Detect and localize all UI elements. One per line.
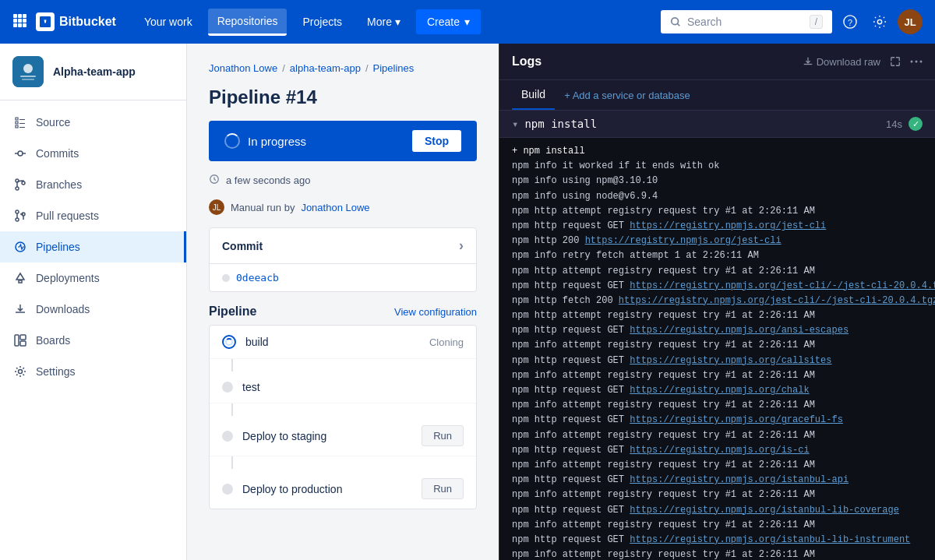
avatar[interactable]: JL <box>898 9 923 34</box>
expand-commit-icon[interactable] <box>459 238 464 254</box>
settings-sidebar-icon <box>12 364 28 379</box>
more-options-button[interactable] <box>910 60 923 63</box>
pipeline-connector-3 <box>231 456 233 469</box>
pipelines-icon <box>12 239 28 255</box>
boards-icon <box>12 333 28 348</box>
svg-rect-5 <box>23 19 26 23</box>
search-box[interactable]: Search / <box>661 10 832 33</box>
run-by-avatar: JL <box>209 199 224 215</box>
commits-icon <box>12 146 28 161</box>
sidebar-item-pull-requests[interactable]: Pull requests <box>0 200 186 231</box>
log-link[interactable]: https://registry.npmjs.org/jest-cli <box>585 235 782 246</box>
log-line: + npm install <box>512 144 923 159</box>
nav-more[interactable]: More ▾ <box>358 9 410 34</box>
help-button[interactable]: ? <box>838 10 862 33</box>
logs-tabs: Build + Add a service or database <box>499 80 935 111</box>
sidebar-item-downloads[interactable]: Downloads <box>0 294 186 325</box>
source-icon <box>12 114 28 130</box>
log-collapse-icon[interactable]: ▾ <box>512 118 518 130</box>
main-layout: Alpha-team-app Source Commits <box>0 44 935 560</box>
run-by-meta: JL Manual run by Jonathon Lowe <box>209 199 477 215</box>
log-tab-build[interactable]: Build <box>512 80 555 110</box>
svg-rect-8 <box>23 23 26 27</box>
log-line: npm info attempt registry request try #1… <box>512 428 923 443</box>
production-run-button[interactable]: Run <box>422 478 464 499</box>
pipeline-step-build[interactable]: build Cloning <box>210 326 476 359</box>
search-icon <box>670 16 681 27</box>
log-link[interactable]: https://registry.npmjs.org/istanbul-lib-… <box>630 534 910 545</box>
commit-hash-link[interactable]: 0deeacb <box>236 272 279 284</box>
downloads-icon <box>12 301 28 317</box>
svg-point-13 <box>877 19 881 23</box>
app-icon <box>12 56 44 87</box>
logs-add-service[interactable]: + Add a service or database <box>555 82 700 109</box>
breadcrumb-repo[interactable]: alpha-team-app <box>290 62 361 74</box>
log-line: npm http request GET https://registry.np… <box>512 323 923 338</box>
svg-point-35 <box>916 61 918 63</box>
log-link[interactable]: https://registry.npmjs.org/graceful-fs <box>630 414 843 425</box>
commit-row: 0deeacb <box>210 264 476 291</box>
settings-icon <box>873 15 887 29</box>
pipeline-steps: build Cloning test <box>209 325 477 509</box>
grid-icon[interactable] <box>12 13 26 31</box>
log-link[interactable]: https://registry.npmjs.org/chalk <box>630 385 809 396</box>
test-step-name: test <box>242 381 260 393</box>
app-name: Alpha-team-app <box>53 65 136 78</box>
create-button[interactable]: Create ▾ <box>416 9 481 34</box>
log-content[interactable]: + npm installnpm info it worked if it en… <box>499 138 935 560</box>
svg-rect-29 <box>15 335 19 346</box>
pipeline-connector-1 <box>231 359 233 372</box>
log-line: npm http 200 https://registry.npmjs.org/… <box>512 234 923 248</box>
svg-point-24 <box>16 210 19 213</box>
log-line: npm http request GET https://registry.np… <box>512 443 923 458</box>
nav-logo[interactable]: Bitbucket <box>36 12 116 31</box>
log-link[interactable]: https://registry.npmjs.org/jest-cli/-/je… <box>619 295 935 306</box>
log-line: npm http attempt registry request try #1… <box>512 264 923 279</box>
staging-run-button[interactable]: Run <box>422 425 464 446</box>
progress-spinner <box>224 133 240 149</box>
sidebar-item-source[interactable]: Source <box>0 107 186 138</box>
view-configuration-link[interactable]: View configuration <box>394 306 477 318</box>
settings-button[interactable] <box>868 10 891 33</box>
sidebar-item-settings[interactable]: Settings <box>0 356 186 387</box>
sidebar-item-pipelines[interactable]: Pipelines <box>0 231 186 262</box>
svg-point-18 <box>18 151 23 156</box>
svg-point-32 <box>19 370 23 374</box>
nav-projects[interactable]: Projects <box>293 9 351 34</box>
log-link[interactable]: https://registry.npmjs.org/istanbul-api <box>630 474 849 485</box>
log-link[interactable]: https://registry.npmjs.org/jest-cli/-/je… <box>630 280 935 291</box>
time-ago: a few seconds ago <box>226 174 310 186</box>
log-line: npm http request GET https://registry.np… <box>512 383 923 398</box>
breadcrumb-pipelines[interactable]: Pipelines <box>373 62 415 74</box>
test-step-indicator <box>222 382 233 393</box>
stop-button[interactable]: Stop <box>412 130 461 152</box>
sidebar-item-boards[interactable]: Boards <box>0 325 186 356</box>
log-link[interactable]: https://registry.npmjs.org/ansi-escapes <box>630 325 849 336</box>
nav-your-work[interactable]: Your work <box>135 9 202 34</box>
svg-rect-28 <box>19 280 22 283</box>
svg-rect-16 <box>20 76 36 77</box>
log-link[interactable]: https://registry.npmjs.org/is-ci <box>630 445 809 456</box>
log-link[interactable]: https://registry.npmjs.org/jest-cli <box>630 220 826 231</box>
log-success-icon: ✓ <box>909 117 923 131</box>
logs-title: Logs <box>512 55 542 69</box>
expand-logs-button[interactable] <box>890 56 901 67</box>
svg-point-25 <box>16 218 19 221</box>
log-link[interactable]: https://registry.npmjs.org/callsites <box>630 355 831 366</box>
log-line: npm info attempt registry request try #1… <box>512 368 923 383</box>
nav-repositories[interactable]: Repositories <box>208 9 288 36</box>
commit-section-header: Commit <box>210 228 476 264</box>
log-link[interactable]: https://registry.npmjs.org/istanbul-lib-… <box>630 505 899 516</box>
log-line: npm info attempt registry request try #1… <box>512 488 923 502</box>
log-line: npm http attempt registry request try #1… <box>512 204 923 219</box>
download-raw-button[interactable]: Download raw <box>803 56 880 68</box>
sidebar-item-deployments[interactable]: Deployments <box>0 262 186 294</box>
sidebar-item-commits[interactable]: Commits <box>0 138 186 169</box>
log-step-name: npm install <box>524 118 597 130</box>
sidebar-item-branches[interactable]: Branches <box>0 169 186 200</box>
pipeline-section-title: Pipeline <box>209 305 256 319</box>
breadcrumb-user[interactable]: Jonathon Lowe <box>209 62 277 74</box>
run-by-user-link[interactable]: Jonathon Lowe <box>301 202 369 213</box>
svg-point-22 <box>16 187 19 190</box>
build-spinner <box>225 338 233 346</box>
